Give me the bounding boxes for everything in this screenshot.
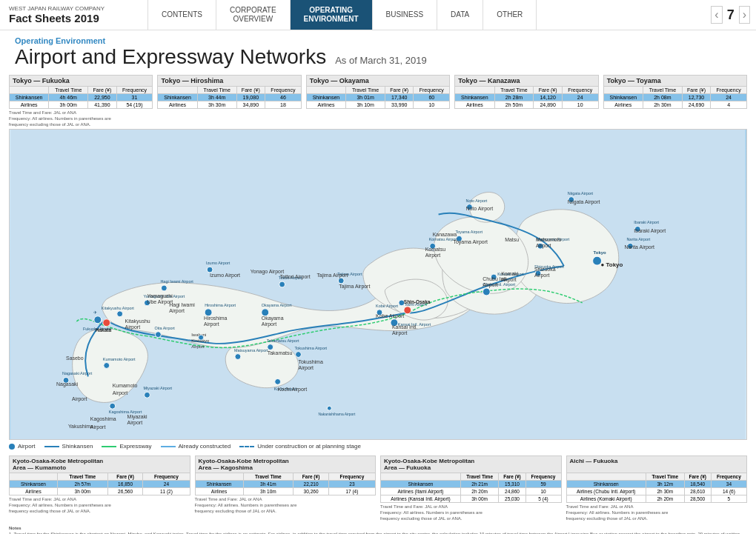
svg-text:Kobe Airport: Kobe Airport	[376, 313, 404, 319]
svg-text:Ube Airport: Ube Airport	[147, 299, 173, 305]
legend-expressway: Expressway	[102, 443, 151, 450]
svg-text:✈: ✈	[93, 310, 97, 315]
svg-text:Noto Airport: Noto Airport	[465, 198, 487, 203]
tab-business[interactable]: BUSINESS	[373, 0, 438, 30]
svg-text:Komatsu: Komatsu	[425, 247, 446, 253]
page-title-text: Airport and Expressway Networks	[15, 45, 326, 69]
svg-point-66	[268, 344, 273, 350]
svg-point-26	[207, 267, 213, 273]
bottom-note-3: Travel Time and Fare: JAL or ANAFrequenc…	[380, 504, 562, 521]
svg-text:● Tokyo: ● Tokyo	[601, 262, 623, 269]
nav-tabs: CONTENTS CORPORATEOVERVIEW OPERATINGENVI…	[148, 0, 705, 30]
prev-page-button[interactable]: ‹	[711, 6, 722, 24]
svg-point-8	[104, 363, 110, 369]
air-freq-4: 10	[562, 101, 598, 109]
route-title-3: Tokyo ― Okayama	[306, 75, 450, 86]
page-title-area: Operating Environment Airport and Expres…	[0, 30, 756, 72]
svg-text:Izumo Airport: Izumo Airport	[206, 261, 231, 266]
air-label-3: Airlines	[306, 101, 345, 109]
section-label: Operating Environment	[15, 36, 741, 45]
svg-text:Kobe Airport: Kobe Airport	[376, 304, 399, 308]
svg-text:Izumo Airport: Izumo Airport	[210, 273, 240, 278]
bottom-note-1: Travel Time and Fare: JAL or ANAFrequenc…	[9, 497, 190, 514]
legend-shinkansen-label: Shinkansen	[62, 443, 93, 450]
shink-label-5: Shinkansen	[603, 94, 643, 101]
th-freq-4: Frequency	[562, 87, 598, 94]
shink-time-4: 2h 28m	[494, 94, 534, 101]
tab-contents[interactable]: CONTENTS	[148, 0, 216, 30]
th-fare-1: Fare (¥)	[88, 87, 116, 94]
air-fare-2: 34,890	[236, 101, 265, 109]
svg-point-28	[161, 285, 167, 291]
svg-text:Nagasaki Airport: Nagasaki Airport	[62, 372, 93, 376]
bottom-note-4: Travel Time and Fare: JAL or ANAFrequenc…	[566, 504, 748, 521]
svg-text:Airport: Airport	[127, 420, 143, 426]
svg-point-24	[279, 281, 285, 287]
notes-title: Notes	[9, 526, 21, 530]
svg-text:Airport: Airport	[125, 324, 141, 330]
svg-text:Narita Airport: Narita Airport	[626, 238, 650, 242]
svg-text:Matsuyama Airport: Matsuyama Airport	[234, 348, 268, 353]
bottom-route-1: Kyoto-Osaka-Kobe Metropolitan Area ― Kum…	[9, 455, 190, 473]
expressway-line-icon	[102, 446, 116, 447]
air-time-2: 3h 30m	[197, 101, 236, 109]
svg-text:Sasebo: Sasebo	[66, 356, 84, 361]
svg-text:Airport: Airport	[113, 391, 128, 397]
shink-fare-5: 12,730	[682, 94, 710, 101]
svg-point-4	[117, 311, 123, 317]
svg-text:Airport: Airport	[536, 244, 551, 250]
next-page-button[interactable]: ›	[739, 6, 750, 24]
svg-text:Takamatsu Airport: Takamatsu Airport	[267, 338, 299, 343]
svg-text:Tajima Airport: Tajima Airport	[339, 284, 370, 290]
svg-point-125	[199, 336, 204, 341]
svg-text:Noto Airport: Noto Airport	[465, 207, 493, 213]
svg-text:Miyazaki Airport: Miyazaki Airport	[144, 387, 173, 391]
page-date: As of March 31, 2019	[335, 55, 427, 66]
svg-text:Ibaraki Airport: Ibaraki Airport	[634, 221, 659, 225]
tab-data[interactable]: DATA	[437, 0, 483, 30]
svg-text:Airport: Airport	[299, 366, 314, 372]
air-time-3: 3h 10m	[346, 101, 385, 109]
air-label-5: Airlines	[603, 101, 643, 109]
svg-text:Miyazaki: Miyazaki	[127, 415, 148, 421]
shink-time-5: 2h 08m	[643, 94, 682, 101]
svg-text:Narita Airport: Narita Airport	[624, 245, 654, 251]
svg-text:Nakanishihama Airport: Nakanishihama Airport	[318, 413, 356, 417]
legend-constructed-label: Already constructed	[179, 443, 231, 450]
svg-point-1	[94, 316, 102, 324]
bottom-note-2: Travel Time and Fare: JAL or ANAFrequenc…	[195, 497, 377, 514]
svg-text:Niigata Airport: Niigata Airport	[568, 191, 594, 196]
route-title-1: Tokyo ― Fukuoka	[9, 75, 153, 86]
table-kansai-kumamoto: Kyoto-Osaka-Kobe Metropolitan Area ― Kum…	[9, 455, 190, 521]
air-freq-3: 10	[414, 101, 450, 109]
bottom-route-2: Kyoto-Osaka-Kobe Metropolitan Area ― Kag…	[195, 455, 377, 473]
table-tokyo-toyama: Tokyo ― Toyama Travel Time Fare (¥) Freq…	[603, 75, 747, 127]
tab-other[interactable]: OTHER	[483, 0, 537, 30]
table-tokyo-hiroshima: Tokyo ― Hiroshima Travel Time Fare (¥) F…	[157, 75, 301, 127]
svg-text:Airport: Airport	[483, 282, 498, 288]
air-time-1: 3h 00m	[49, 101, 88, 109]
svg-text:Komaki: Komaki	[501, 271, 519, 276]
tab-operating[interactable]: OPERATINGENVIRONMENT	[291, 0, 373, 30]
shink-label-3: Shinkansen	[306, 94, 345, 101]
route-title-4: Tokyo ― Kanazawa	[454, 75, 598, 86]
content: Operating Environment Airport and Expres…	[0, 30, 756, 534]
svg-text:Airport: Airport	[392, 330, 408, 336]
svg-text:Kagoshima: Kagoshima	[90, 417, 116, 423]
th-time-5: Travel Time	[643, 87, 682, 94]
svg-text:Nagasaki: Nagasaki	[56, 382, 78, 388]
legend-planning-label: Under construction or at planning stage	[257, 443, 361, 450]
svg-text:Hiroshima: Hiroshima	[204, 316, 227, 321]
svg-text:Kumamoto Airport: Kumamoto Airport	[103, 357, 136, 361]
bottom-route-4: Aichi ― Fukuoka	[566, 455, 748, 473]
th-time-3: Travel Time	[346, 87, 385, 94]
table-tokyo-kanazawa: Tokyo ― Kanazawa Travel Time Fare (¥) Fr…	[454, 75, 598, 127]
tab-corporate[interactable]: CORPORATEOVERVIEW	[216, 0, 291, 30]
air-fare-3: 33,990	[385, 101, 414, 109]
shink-freq-3: 60	[414, 94, 450, 101]
svg-text:Tottori Airport: Tottori Airport	[280, 274, 311, 280]
note-1: Travel Time and Fare: JAL or ANAFrequenc…	[9, 110, 153, 127]
svg-text:Airport: Airport	[191, 344, 205, 349]
air-freq-5: 4	[711, 101, 747, 109]
svg-text:Yakushima: Yakushima	[68, 424, 93, 429]
